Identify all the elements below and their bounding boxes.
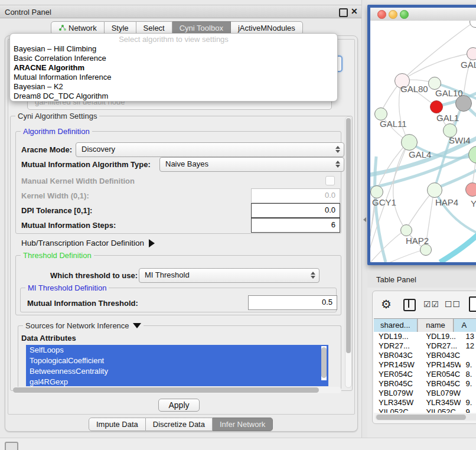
- node-label: Y: [471, 198, 476, 208]
- mi-threshold-group-title: MI Threshold Definition: [25, 283, 109, 292]
- manual-kernel-checkbox[interactable]: [325, 176, 335, 185]
- node-bottom[interactable]: [420, 244, 432, 256]
- node-salmon[interactable]: [465, 182, 476, 197]
- mi-steps-field[interactable]: 6: [251, 218, 340, 233]
- table-row[interactable]: YDL19... YDL19... 13: [374, 332, 476, 341]
- popup-item-dream8[interactable]: Dream8 DC_TDC Algorithm: [10, 92, 337, 101]
- node-hap4[interactable]: [427, 182, 442, 198]
- table-panel: ⚙ ☑☑ ☐☐ shared... name A YDL19... YDL19.…: [372, 291, 476, 424]
- gear-icon[interactable]: ⚙: [381, 297, 392, 311]
- network-canvas[interactable]: GAL GAL80 GAL10 GAL1 GAL11 SWI4 GAL4 GCY…: [370, 21, 476, 262]
- tab-infer-network[interactable]: Infer Network: [213, 418, 273, 431]
- which-threshold-combo[interactable]: MI Threshold: [139, 268, 319, 283]
- columns-icon[interactable]: [403, 299, 416, 311]
- table-panel-title: Table Panel: [367, 272, 476, 288]
- node-red-selected[interactable]: [430, 100, 443, 113]
- table-horizontal-scrollbar[interactable]: [375, 414, 476, 420]
- checked-pair-icon[interactable]: ☑☑: [423, 299, 439, 309]
- stepper-icon: [335, 145, 340, 154]
- table-header-row: shared... name A: [374, 318, 476, 332]
- scrollbar-thumb[interactable]: [13, 387, 319, 393]
- application-window: Control Panel ✕ Network Style Select Cyn…: [0, 0, 476, 450]
- tab-discretize-data[interactable]: Discretize Data: [146, 418, 213, 431]
- node-gal4[interactable]: [401, 134, 418, 151]
- dpi-tolerance-field[interactable]: 0.0: [251, 203, 340, 218]
- manual-kernel-label: Manual Kernel Width Definition: [21, 177, 135, 185]
- algorithm-popup-prompt: Select algorithm to view settings: [10, 35, 337, 44]
- list-vertical-scrollbar[interactable]: [321, 346, 327, 380]
- threshold-definition-title: Threshold Definition: [21, 251, 94, 260]
- panel-splitter[interactable]: [361, 0, 367, 450]
- close-traffic-icon[interactable]: [377, 10, 386, 19]
- popup-item-basic-correlation[interactable]: Basic Correlation Inference: [10, 54, 337, 63]
- scrollbar-thumb[interactable]: [376, 415, 466, 420]
- tab-impute-data[interactable]: Impute Data: [89, 418, 146, 431]
- stepper-icon: [335, 160, 340, 168]
- node-label: SWI4: [449, 135, 471, 145]
- mi-threshold-field[interactable]: 0.5: [248, 295, 337, 310]
- aracne-mode-combo[interactable]: Discovery: [76, 142, 344, 157]
- node-label: GAL4: [409, 149, 431, 159]
- minimize-traffic-icon[interactable]: [389, 10, 397, 19]
- settings-vertical-scrollbar[interactable]: [345, 116, 352, 388]
- mi-steps-label: Mutual Information Steps:: [21, 221, 116, 230]
- table-row[interactable]: YIL052C YIL052C 9: [374, 407, 476, 413]
- table-row[interactable]: YBL079W YBL079W: [374, 389, 476, 398]
- table-row[interactable]: YPR145W YPR145W 9.: [374, 360, 476, 370]
- node-label: HAP2: [406, 236, 429, 246]
- apply-button[interactable]: Apply: [158, 399, 200, 412]
- node-label: GAL11: [380, 119, 407, 129]
- list-item-topologicalcoefficient[interactable]: TopologicalCoefficient: [26, 356, 328, 366]
- kernel-width-field[interactable]: 0.0: [251, 188, 340, 203]
- unchecked-pair-icon[interactable]: ☐☐: [445, 299, 461, 309]
- column-header-shared[interactable]: shared...: [374, 319, 418, 332]
- table-toolbar: ⚙ ☑☑ ☐☐: [373, 291, 476, 317]
- table-row[interactable]: YBR045C YBR045C 9.: [374, 379, 476, 389]
- node-label: GAL80: [400, 84, 428, 94]
- cyni-settings-group-title: Cyni Algorithm Settings: [15, 112, 99, 120]
- mi-threshold-label: Mutual Information Threshold:: [27, 299, 138, 308]
- list-item-gal4rgexp[interactable]: gal4RGexp: [26, 377, 328, 386]
- table-body: YDL19... YDL19... 13 YDR27... YDR27... 1…: [374, 332, 476, 413]
- kernel-width-label: Kernel Width (0,1):: [21, 191, 89, 200]
- table-row[interactable]: YLR345W YLR345W 9.: [374, 398, 476, 407]
- popup-item-mutual-information[interactable]: Mutual Information Inference: [10, 73, 337, 82]
- hub-definition-expander[interactable]: Hub/Transcription Factor Definition: [21, 239, 155, 247]
- table-row[interactable]: YBR043C YBR043C: [374, 351, 476, 360]
- stepper-icon: [311, 271, 315, 279]
- node-gal-partial[interactable]: [467, 47, 476, 60]
- node-hap2[interactable]: [400, 224, 412, 236]
- list-item-selfloops[interactable]: SelfLoops: [26, 345, 328, 356]
- data-attributes-label: Data Attributes: [21, 334, 76, 343]
- close-icon[interactable]: ✕: [351, 6, 358, 16]
- column-header-partial[interactable]: A: [454, 319, 476, 332]
- data-attributes-list: SelfLoops TopologicalCoefficient Between…: [26, 345, 328, 386]
- list-item-betweennesscentrality[interactable]: BetweennessCentrality: [26, 366, 328, 377]
- network-icon: [58, 24, 66, 31]
- float-window-icon[interactable]: [339, 8, 348, 17]
- settings-horizontal-scrollbar[interactable]: [13, 387, 341, 393]
- splitter-collapse-icon[interactable]: [363, 217, 366, 222]
- column-header-name[interactable]: name: [418, 319, 454, 332]
- node-label: GAL10: [435, 88, 463, 98]
- network-window-titlebar[interactable]: [370, 8, 476, 21]
- popup-item-aracne[interactable]: ARACNE Algorithm: [10, 63, 337, 73]
- scrollbar-thumb[interactable]: [346, 118, 351, 353]
- popup-item-bayesian-k2[interactable]: Bayesian – K2: [10, 82, 337, 92]
- tab-network-label: Network: [69, 24, 97, 32]
- table-row[interactable]: YER054C YER054C 8.: [374, 370, 476, 379]
- dpi-tolerance-label: DPI Tolerance [0,1]:: [21, 206, 92, 215]
- mi-algorithm-type-combo[interactable]: Naive Bayes: [159, 157, 344, 172]
- grid-icon[interactable]: [5, 442, 18, 450]
- table-file-icon[interactable]: [469, 296, 476, 312]
- node-gcy1[interactable]: [370, 185, 383, 198]
- node-label: GCY1: [372, 197, 396, 207]
- table-panel-titlebar: Table Panel: [367, 272, 476, 288]
- network-view-window: GAL GAL80 GAL10 GAL1 GAL11 SWI4 GAL4 GCY…: [367, 5, 476, 265]
- node-label: GAL: [461, 60, 476, 70]
- sources-group-title-row[interactable]: Sources for Network Inference: [23, 321, 144, 330]
- table-row[interactable]: YDR27... YDR27... 12: [374, 341, 476, 351]
- popup-item-bayesian-hill-climbing[interactable]: Bayesian – Hill Climbing: [10, 44, 337, 54]
- zoom-traffic-icon[interactable]: [400, 10, 409, 19]
- node-label: GAL1: [436, 113, 459, 123]
